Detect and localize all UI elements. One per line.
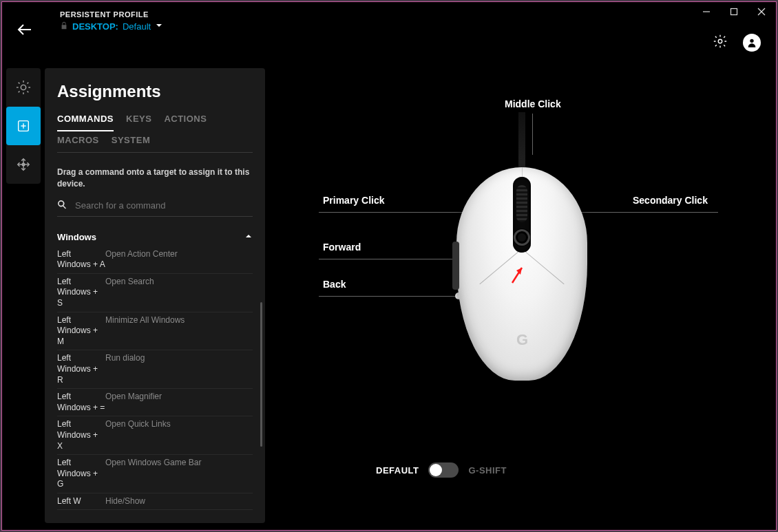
command-row[interactable]: Left Windows + RRun dialog — [57, 350, 253, 389]
label-secondary-click[interactable]: Secondary Click — [633, 195, 708, 206]
account-button[interactable] — [743, 34, 761, 52]
scrollbar[interactable] — [260, 302, 262, 447]
command-key: Left Windows + S — [57, 277, 105, 309]
label-back[interactable]: Back — [323, 279, 346, 290]
svg-line-12 — [19, 83, 20, 84]
mode-gshift-label: G-SHIFT — [468, 465, 507, 476]
command-row[interactable]: Left Windows + MMinimize All Windows — [57, 312, 253, 351]
svg-point-6 — [750, 39, 753, 43]
mode-toggle: DEFAULT G-SHIFT — [376, 462, 507, 478]
command-key: Left W — [57, 496, 105, 507]
leader-back — [319, 296, 456, 297]
command-desc: Open Magnifier — [105, 392, 253, 413]
mouse-dpi-button — [514, 229, 530, 246]
settings-button[interactable] — [713, 34, 728, 52]
command-row[interactable]: Left Windows + AOpen Action Center — [57, 246, 253, 274]
svg-line-15 — [28, 83, 29, 84]
profile-selector[interactable]: DESKTOP: Default — [60, 21, 163, 32]
label-middle-click[interactable]: Middle Click — [505, 98, 561, 109]
rail-lighting[interactable] — [6, 68, 41, 107]
command-key: Left Windows + X — [57, 419, 105, 451]
command-group: Windows Left Windows + AOpen Action Cent… — [57, 232, 253, 511]
command-list: Left Windows + AOpen Action CenterLeft W… — [57, 246, 253, 511]
command-row[interactable]: Left Windows + SOpen Search — [57, 274, 253, 312]
lock-icon — [60, 21, 68, 32]
command-key: Left Windows + M — [57, 315, 105, 348]
command-key: Left Windows + A — [57, 249, 105, 270]
tab-system[interactable]: SYSTEM — [112, 135, 150, 145]
profile-block: PERSISTENT PROFILE DESKTOP: Default — [60, 10, 163, 32]
logitech-g-logo: G — [516, 331, 527, 349]
chevron-up-icon — [244, 232, 253, 242]
command-desc: Open Action Center — [105, 249, 253, 270]
search-input[interactable] — [74, 200, 253, 211]
assignments-panel: Assignments COMMANDS KEYS ACTIONS MACROS… — [45, 68, 265, 523]
app-window: PERSISTENT PROFILE DESKTOP: Default — [1, 1, 777, 531]
command-row[interactable]: Left Windows + GOpen Windows Game Bar — [57, 455, 253, 493]
tab-keys[interactable]: KEYS — [126, 114, 151, 124]
command-key: Left Windows + = — [57, 392, 105, 413]
command-desc: Open Windows Game Bar — [105, 458, 253, 490]
svg-point-7 — [21, 85, 25, 89]
rail-sensitivity[interactable] — [6, 145, 41, 184]
svg-line-13 — [28, 92, 29, 93]
command-desc: Minimize All Windows — [105, 315, 253, 348]
command-key: Left Windows + G — [57, 458, 105, 490]
mouse-cable — [517, 112, 527, 171]
chevron-down-icon — [155, 21, 163, 32]
command-desc: Run dialog — [105, 353, 253, 385]
label-primary-click[interactable]: Primary Click — [323, 195, 385, 206]
drag-hint: Drag a command onto a target to assign i… — [57, 167, 253, 190]
label-forward[interactable]: Forward — [323, 242, 361, 253]
profile-desktop-label: DESKTOP: — [72, 21, 118, 32]
annotation-red-arrow — [508, 262, 526, 288]
mode-default-label: DEFAULT — [376, 465, 419, 476]
tab-macros[interactable]: MACROS — [57, 135, 99, 145]
back-button[interactable] — [16, 21, 32, 41]
svg-point-5 — [718, 39, 722, 43]
command-desc: Open Quick Links — [105, 419, 253, 451]
leader-forward — [319, 259, 456, 259]
panel-title: Assignments — [57, 82, 253, 101]
search-row — [57, 200, 253, 217]
header: PERSISTENT PROFILE DESKTOP: Default — [10, 6, 768, 47]
tab-actions[interactable]: ACTIONS — [164, 114, 207, 124]
profile-title: PERSISTENT PROFILE — [60, 10, 163, 19]
mode-toggle-switch[interactable] — [428, 462, 459, 478]
header-icons — [713, 34, 761, 52]
command-key: Left Windows + R — [57, 353, 105, 385]
search-icon — [57, 200, 67, 212]
group-title: Windows — [57, 232, 96, 242]
profile-name: Default — [123, 21, 151, 32]
command-row[interactable]: Left Windows + =Open Magnifier — [57, 389, 253, 416]
assignment-tabs: COMMANDS KEYS ACTIONS MACROS SYSTEM — [57, 114, 253, 153]
command-row[interactable]: Left Windows + XOpen Quick Links — [57, 416, 253, 455]
tab-commands[interactable]: COMMANDS — [57, 114, 114, 124]
svg-line-14 — [19, 92, 20, 93]
mouse-side-buttons — [452, 242, 459, 290]
group-header-windows[interactable]: Windows — [57, 232, 253, 246]
device-stage: Middle Click Primary Click Secondary Cli… — [277, 92, 762, 489]
command-row[interactable]: Left WHide/Show — [57, 493, 253, 511]
leader-middle — [532, 114, 533, 155]
sidebar-rail — [6, 68, 41, 184]
toggle-knob — [430, 464, 442, 476]
mouse-wheel — [516, 185, 527, 222]
rail-assignments[interactable] — [6, 107, 41, 145]
command-desc: Open Search — [105, 277, 253, 309]
command-desc: Hide/Show — [105, 496, 253, 507]
